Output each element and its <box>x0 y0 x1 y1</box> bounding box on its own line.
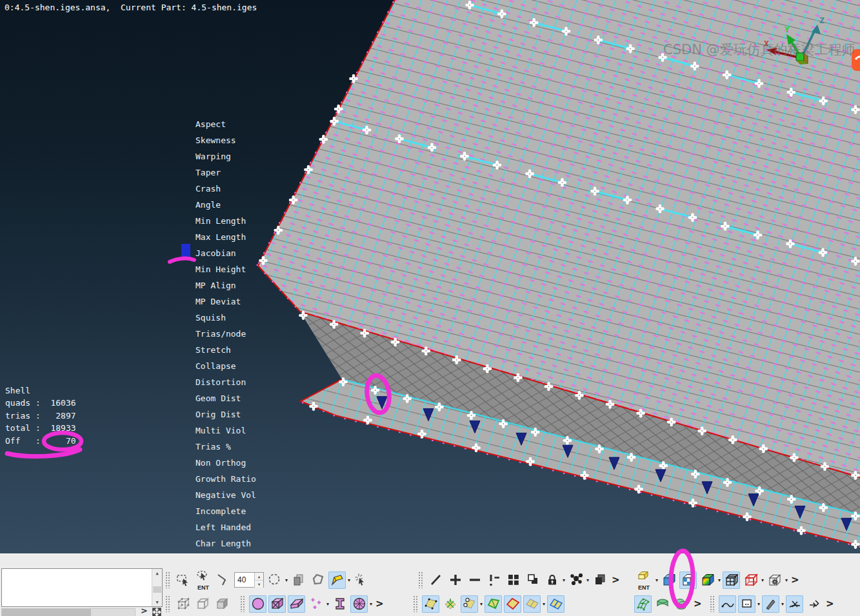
dropdown-caret-icon[interactable]: ▾ <box>326 601 329 607</box>
quality-item-mp-deviat[interactable]: MP Deviat <box>195 293 256 310</box>
quality-item-incomplete[interactable]: Incomplete <box>195 503 256 519</box>
pen-tool-button[interactable] <box>762 595 779 613</box>
cube-open-button[interactable] <box>194 595 211 613</box>
chevron-more-icon[interactable]: > <box>374 598 385 610</box>
quality-item-non-orthog[interactable]: Non Orthog <box>195 455 256 471</box>
scroll-up-icon[interactable]: ▲ <box>152 569 162 577</box>
dropdown-caret-icon[interactable]: ▾ <box>718 577 721 583</box>
quality-item-char-length[interactable]: Char Length <box>195 535 256 551</box>
quality-item-stretch[interactable]: Stretch <box>195 342 256 358</box>
selection-radius-spinner[interactable]: 40 ▲▼ <box>234 572 264 588</box>
console-hscrollbar[interactable] <box>1 608 135 616</box>
grid-four-button[interactable] <box>505 571 522 589</box>
facet-corners-button[interactable] <box>422 595 439 613</box>
dropdown-caret-icon[interactable]: ▾ <box>586 577 589 583</box>
quality-item-squish[interactable]: Squish <box>195 310 256 326</box>
facet-circles-button[interactable] <box>461 595 478 613</box>
dropdown-caret-icon[interactable]: ▾ <box>370 601 372 607</box>
dropdown-caret-icon[interactable]: ▾ <box>757 601 760 607</box>
rect-select-button[interactable] <box>174 571 192 589</box>
chevron-more-icon[interactable]: > <box>610 574 621 586</box>
quality-item-trias-[interactable]: Trias % <box>195 439 256 455</box>
elem-hatch-circle-button[interactable] <box>350 595 368 613</box>
quality-item-skewness[interactable]: Skewness <box>195 132 256 148</box>
cube-wire-red-button[interactable] <box>742 571 759 589</box>
dropdown-caret-icon[interactable]: ▾ <box>563 577 565 583</box>
quality-item-trias-node[interactable]: Trias/node <box>195 326 256 342</box>
scroll-down-icon[interactable]: ▼ <box>152 598 162 606</box>
elem-ibeam-button[interactable] <box>331 595 348 613</box>
cube-gear-button[interactable] <box>766 571 783 589</box>
snap-pick-button[interactable] <box>352 571 370 589</box>
surf-stack-button[interactable] <box>673 595 690 613</box>
quality-item-jacobian[interactable]: Jacobian <box>195 245 256 261</box>
dropdown-caret-icon[interactable]: ▾ <box>785 577 788 583</box>
quality-item-max-length[interactable]: Max Length <box>195 229 256 245</box>
copy-entities-button[interactable] <box>290 571 307 589</box>
chevron-more-icon[interactable]: > <box>790 574 801 586</box>
invert-tool-button[interactable] <box>485 571 503 589</box>
quality-item-warping[interactable]: Warping <box>195 148 256 164</box>
plus-tool-button[interactable] <box>446 571 464 589</box>
ent-cube-button[interactable]: ENT <box>634 569 654 591</box>
facet-blue-button[interactable] <box>547 595 565 613</box>
cube-wire-button[interactable] <box>723 571 740 589</box>
feature-select-button[interactable] <box>328 571 346 589</box>
circle-select-button[interactable] <box>266 571 283 589</box>
quality-item-min-length[interactable]: Min Length <box>195 213 256 229</box>
quality-item-distortion[interactable]: Distortion <box>195 374 256 390</box>
slash-tool-button[interactable] <box>427 571 445 589</box>
overlap-squares-button[interactable] <box>524 571 541 589</box>
elem-cube-x-button[interactable] <box>268 595 286 613</box>
quality-item-geom-dist[interactable]: Geom Dist <box>195 390 256 406</box>
quality-item-negative-vol[interactable]: Negative Vol <box>195 487 256 503</box>
cut-tool-button[interactable] <box>786 595 803 613</box>
flick-line-button[interactable] <box>215 571 232 589</box>
dropdown-caret-icon[interactable]: ▾ <box>781 601 784 607</box>
facet-cross-button[interactable] <box>441 595 459 613</box>
lock-button[interactable] <box>543 571 561 589</box>
cube-dots-button[interactable] <box>174 595 192 613</box>
facet-double-button[interactable] <box>523 595 541 613</box>
dropdown-caret-icon[interactable]: ▾ <box>348 577 350 583</box>
quality-item-multi-viol[interactable]: Multi Viol <box>195 422 256 439</box>
toolbar-separator[interactable] <box>165 571 170 588</box>
cube-checker-button[interactable] <box>679 571 697 589</box>
layers-button[interactable] <box>591 571 608 589</box>
vscroll-thumb[interactable] <box>153 586 161 593</box>
quality-item-aspect[interactable]: Aspect <box>195 116 256 132</box>
elem-wedge-button[interactable] <box>288 595 305 613</box>
quality-item-orig-dist[interactable]: Orig Dist <box>195 406 256 422</box>
quality-item-angle[interactable]: Angle <box>195 197 256 213</box>
console-more-button[interactable]: > <box>141 606 148 615</box>
network-button[interactable] <box>567 571 585 589</box>
spinner-value[interactable]: 40 <box>235 575 254 584</box>
quality-item-growth-ratio[interactable]: Growth Ratio <box>195 471 256 487</box>
toolbar-separator[interactable] <box>165 595 170 612</box>
minus-tool-button[interactable] <box>466 571 483 589</box>
toolbar-separator[interactable] <box>710 595 714 612</box>
polygon-select-button[interactable] <box>309 571 326 589</box>
elem-points-button[interactable] <box>307 595 325 613</box>
dropdown-caret-icon[interactable]: ▾ <box>480 601 483 607</box>
cube-solid-button[interactable] <box>213 595 230 613</box>
quality-item-collapse[interactable]: Collapse <box>195 358 256 374</box>
ent-select-button[interactable]: ENT <box>194 569 213 591</box>
spinner-up-icon[interactable]: ▲ <box>255 573 263 580</box>
cube-rainbow-button[interactable] <box>699 571 716 589</box>
quality-item-min-height[interactable]: Min Height <box>195 261 256 277</box>
sketch-line-button[interactable] <box>719 595 736 613</box>
3d-viewport[interactable]: X Y Z 0:4.5-shen.iges.ansa, Current Part… <box>0 0 860 553</box>
hscroll-thumb[interactable] <box>2 609 91 616</box>
facet-green-button[interactable] <box>485 595 502 613</box>
chevron-more-icon[interactable]: > <box>825 598 835 610</box>
facet-red-button[interactable] <box>504 595 521 613</box>
quality-item-mp-align[interactable]: MP Align <box>195 277 256 293</box>
flow-arrow-button[interactable] <box>805 595 823 613</box>
quality-item-left-handed[interactable]: Left Handed <box>195 519 256 535</box>
console-expand-button[interactable] <box>152 607 161 616</box>
dropdown-caret-icon[interactable]: ▾ <box>761 577 764 583</box>
toolbar-separator[interactable] <box>240 595 245 612</box>
surf-wire-button[interactable] <box>634 595 652 613</box>
toolbar-separator[interactable] <box>418 571 423 588</box>
